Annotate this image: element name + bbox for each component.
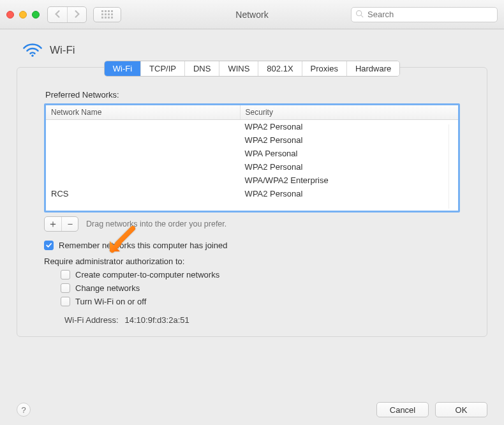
footer: ? Cancel OK (17, 402, 487, 417)
remember-networks-checkbox[interactable] (44, 241, 54, 250)
close-window-button[interactable] (6, 11, 14, 19)
tab-wifi[interactable]: Wi-Fi (105, 61, 140, 76)
table-row[interactable]: RCS WPA2 Personal (46, 187, 458, 200)
page-title: Wi-Fi (50, 44, 75, 57)
wifi-address-label: Wi-Fi Address: (64, 315, 119, 325)
auth-heading: Require administrator authorization to: (44, 257, 460, 266)
tab-proxies[interactable]: Proxies (302, 61, 346, 76)
vertical-scrollbar[interactable] (448, 124, 456, 209)
search-icon (355, 10, 364, 20)
content-area: Wi-Fi Wi-Fi TCP/IP DNS WINS 802.1X Proxi… (0, 29, 504, 337)
search-input[interactable] (367, 10, 493, 19)
svg-point-0 (357, 10, 362, 15)
cancel-button[interactable]: Cancel (376, 402, 429, 417)
auth-change-network-label: Change networks (75, 283, 140, 293)
titlebar: Network (0, 0, 504, 29)
window-controls (6, 11, 40, 19)
drag-hint: Drag networks into the order you prefer. (86, 220, 226, 228)
grid-icon (101, 10, 113, 19)
table-row[interactable]: WPA/WPA2 Enterprise (46, 174, 458, 187)
wifi-icon (22, 41, 43, 59)
ok-button[interactable]: OK (435, 402, 487, 417)
col-network-name[interactable]: Network Name (46, 105, 240, 119)
table-row[interactable]: WPA2 Personal (46, 160, 458, 174)
remove-network-button[interactable]: － (61, 217, 78, 231)
svg-line-1 (361, 15, 363, 17)
add-remove-segment: ＋ － (44, 216, 78, 232)
tab-tcpip[interactable]: TCP/IP (140, 61, 184, 76)
auth-change-network-checkbox[interactable] (61, 283, 70, 293)
nav-back-forward (47, 6, 87, 23)
auth-create-network-checkbox[interactable] (61, 270, 70, 280)
forward-button[interactable] (67, 7, 86, 22)
tab-dns[interactable]: DNS (184, 61, 219, 76)
auth-toggle-wifi-label: Turn Wi-Fi on or off (75, 297, 146, 306)
add-network-button[interactable]: ＋ (45, 217, 61, 231)
col-security[interactable]: Security (240, 105, 458, 119)
table-row[interactable]: WPA2 Personal (46, 120, 458, 133)
tab-wins[interactable]: WINS (219, 61, 258, 76)
auth-create-network-label: Create computer-to-computer networks (75, 270, 219, 280)
search-field[interactable] (351, 7, 498, 22)
minimize-window-button[interactable] (19, 11, 27, 19)
tab-bar: Wi-Fi TCP/IP DNS WINS 802.1X Proxies Har… (104, 61, 401, 77)
table-row[interactable]: WPA2 Personal (46, 133, 458, 147)
preferred-networks-table[interactable]: Network Name Security WPA2 Personal WPA2… (44, 103, 460, 212)
preferred-networks-label: Preferred Networks: (45, 90, 460, 100)
tab-hardware[interactable]: Hardware (346, 61, 399, 76)
table-body[interactable]: WPA2 Personal WPA2 Personal WPA Personal… (46, 120, 458, 211)
remember-networks-label: Remember networks this computer has join… (59, 241, 227, 250)
settings-panel: Wi-Fi TCP/IP DNS WINS 802.1X Proxies Har… (17, 67, 487, 337)
wifi-address-value: 14:10:9f:d3:2a:51 (125, 315, 189, 325)
table-row[interactable]: WPA Personal (46, 147, 458, 160)
help-button[interactable]: ? (17, 403, 31, 417)
zoom-window-button[interactable] (32, 11, 40, 19)
auth-toggle-wifi-checkbox[interactable] (61, 297, 70, 306)
table-header: Network Name Security (46, 105, 458, 120)
back-button[interactable] (48, 7, 67, 22)
tab-8021x[interactable]: 802.1X (258, 61, 301, 76)
show-all-prefs-button[interactable] (93, 7, 121, 22)
svg-point-2 (31, 55, 33, 57)
